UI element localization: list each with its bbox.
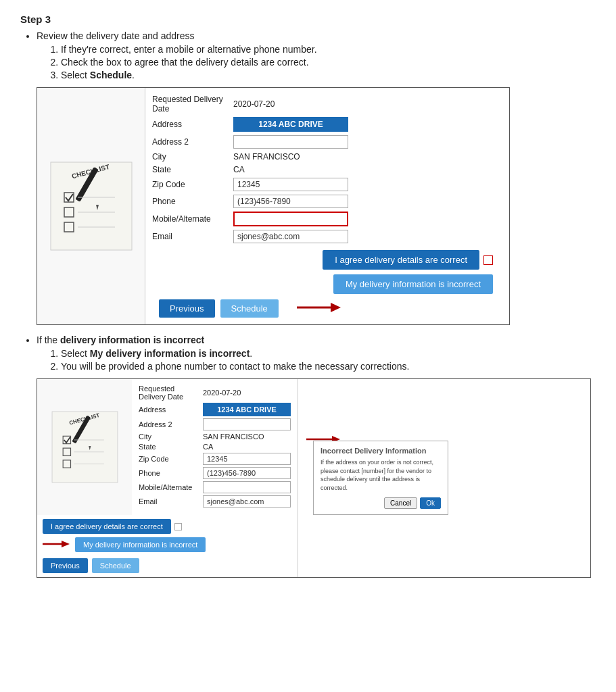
incorrect-button[interactable]: My delivery information is incorrect — [333, 274, 493, 294]
form-row-address: Address 1234 ABC DRIVE — [152, 117, 500, 132]
f2-email-input[interactable] — [203, 495, 291, 508]
button-area-2: I agree delivery details are correct My … — [37, 515, 298, 577]
svg-marker-23 — [62, 541, 70, 547]
form-row-address2: Address 2 — [152, 135, 500, 149]
arrow-icon — [293, 299, 341, 318]
form-row-state: State CA — [152, 165, 500, 174]
arrow-icon-2 — [43, 538, 70, 552]
form-row-email: Email — [152, 230, 500, 243]
form-row-phone: Phone — [152, 195, 500, 208]
zip-input[interactable] — [233, 178, 348, 191]
address-value: 1234 ABC DRIVE — [233, 117, 348, 132]
screenshot-frame-1: CHECKLIST Requested Delivery Date 2020-0… — [37, 87, 510, 325]
popup-title: Incorrect Delivery Information — [321, 447, 441, 455]
popup-buttons: Cancel Ok — [321, 497, 441, 509]
sub-step-5: You will be provided a phone number to c… — [61, 361, 596, 372]
form-row-mobile: Mobile/Alternate — [152, 212, 500, 226]
f2-address2: Address 2 — [139, 418, 291, 430]
sub-step-4: Select My delivery information is incorr… — [61, 348, 596, 359]
step-title: Step 3 — [20, 14, 596, 25]
address2-input[interactable] — [233, 135, 348, 149]
checklist-image-2: CHECKLIST — [37, 379, 132, 515]
f2-phone-input[interactable] — [203, 467, 291, 479]
ss2-left-panel: CHECKLIST Requested Delivery Date 2020-0… — [37, 379, 298, 577]
bullet-2: If the delivery information is incorrect… — [37, 335, 596, 372]
sub-step-2: Check the box to agree that the delivery… — [61, 57, 596, 68]
incorrect-popup: Incorrect Delivery Information If the ad… — [313, 441, 448, 515]
f2-address: Address 1234 ABC DRIVE — [139, 403, 291, 416]
form-row-city: City SAN FRANCISCO — [152, 152, 500, 162]
f2-address2-input[interactable] — [203, 418, 291, 430]
f2-agree-checkbox[interactable] — [174, 523, 182, 530]
f2-incorrect-row: My delivery information is incorrect — [43, 537, 292, 552]
sub-step-1: If they're correct, enter a mobile or al… — [61, 44, 596, 55]
phone-input[interactable] — [233, 195, 348, 208]
popup-cancel-button[interactable]: Cancel — [384, 497, 417, 509]
popup-text: If the address on your order is not corr… — [321, 458, 441, 492]
f2-mobile: Mobile/Alternate — [139, 481, 291, 493]
f2-phone: Phone — [139, 467, 291, 479]
button-area-1: I agree delivery details are correct My … — [152, 250, 500, 294]
f2-zip: Zip Code — [139, 453, 291, 465]
ss2-right-panel: Incorrect Delivery Information If the ad… — [298, 379, 456, 577]
form-area-2: Requested Delivery Date 2020-07-20 Addre… — [132, 379, 298, 515]
agree-button[interactable]: I agree delivery details are correct — [323, 250, 479, 270]
bullet-1: Review the delivery date and address If … — [37, 30, 596, 80]
f2-nav-row: Previous Schedule — [43, 558, 292, 573]
form-row-zip: Zip Code — [152, 178, 500, 191]
sub-step-3: Select Schedule. — [61, 70, 596, 80]
f2-city: City SAN FRANCISCO — [139, 432, 291, 441]
popup-ok-button[interactable]: Ok — [420, 497, 441, 509]
f2-agree-row: I agree delivery details are correct — [43, 519, 292, 534]
checklist-image: CHECKLIST — [37, 88, 145, 324]
svg-marker-11 — [331, 303, 341, 312]
f2-email: Email — [139, 495, 291, 508]
agree-row: I agree delivery details are correct — [323, 250, 493, 270]
schedule-button[interactable]: Schedule — [220, 299, 279, 318]
f2-schedule-button[interactable]: Schedule — [92, 558, 139, 573]
f2-address-value: 1234 ABC DRIVE — [203, 403, 291, 416]
mobile-input[interactable] — [233, 212, 348, 226]
form-row-date: Requested Delivery Date 2020-07-20 — [152, 95, 500, 114]
form-area-1: Requested Delivery Date 2020-07-20 Addre… — [145, 88, 509, 324]
f2-previous-button[interactable]: Previous — [43, 558, 88, 573]
f2-agree-button[interactable]: I agree delivery details are correct — [43, 519, 171, 534]
previous-button[interactable]: Previous — [159, 299, 215, 318]
f2-mobile-input[interactable] — [203, 481, 291, 493]
f2-date: Requested Delivery Date 2020-07-20 — [139, 385, 291, 401]
screenshot-frame-2: CHECKLIST Requested Delivery Date 2020-0… — [37, 378, 591, 578]
nav-row-1: Previous Schedule — [152, 299, 500, 318]
email-input[interactable] — [233, 230, 348, 243]
f2-zip-input[interactable] — [203, 453, 291, 465]
f2-incorrect-button[interactable]: My delivery information is incorrect — [75, 537, 206, 552]
f2-state: State CA — [139, 443, 291, 451]
agree-checkbox[interactable] — [483, 255, 493, 265]
